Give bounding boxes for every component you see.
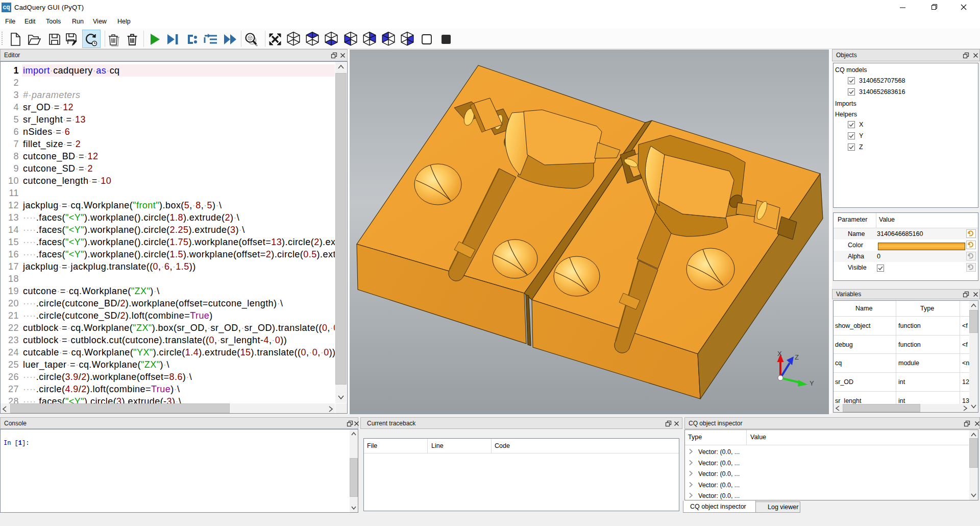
svg-text:Z: Z	[795, 353, 799, 361]
svg-text:X: X	[777, 350, 782, 357]
svg-text:Y: Y	[810, 379, 814, 387]
